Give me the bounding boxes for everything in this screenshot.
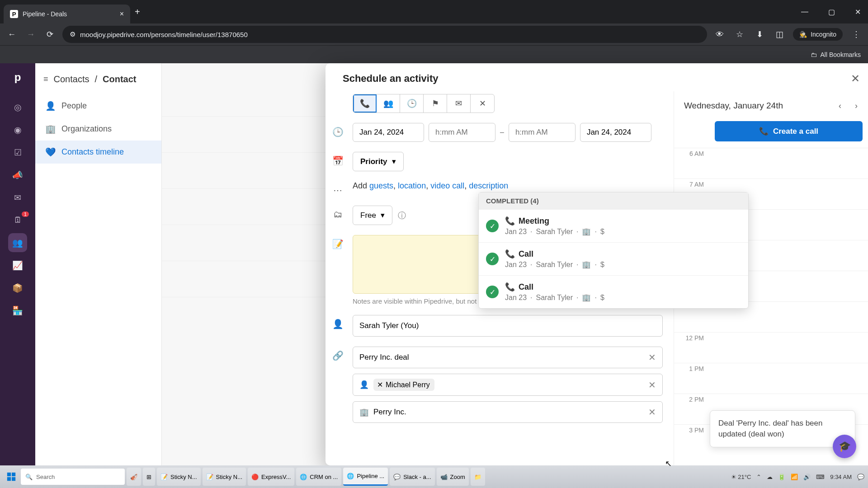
user-icon: 👤 xyxy=(330,315,345,329)
completed-item[interactable]: ✓ 📞Meeting Jan 23 · Sarah Tyler · 🏢 · $ xyxy=(479,209,748,242)
rail-campaigns-icon[interactable]: 📣 xyxy=(8,165,27,184)
rail-insights-icon[interactable]: 📈 xyxy=(8,256,27,275)
rail-activities-icon[interactable]: 🗓1 xyxy=(8,211,27,230)
tray-volume-icon[interactable]: 🔊 xyxy=(803,474,811,480)
incognito-chip[interactable]: 🕵 Incognito xyxy=(793,28,843,41)
pipedrive-logo[interactable]: p xyxy=(9,69,26,86)
rail-contacts-icon[interactable]: 👥 xyxy=(8,233,27,252)
completed-item-owner: Sarah Tyler xyxy=(536,228,573,236)
activity-type-icon: 📞 xyxy=(505,249,515,259)
sidebar-item-contacts-timeline[interactable]: 💙 Contacts timeline xyxy=(35,141,161,164)
clear-person-icon[interactable]: ✕ xyxy=(648,380,656,390)
browser-tab[interactable]: P Pipeline - Deals × xyxy=(4,5,130,23)
type-deadline-button[interactable]: ⚑ xyxy=(424,94,447,113)
chip-remove-icon[interactable]: ✕ xyxy=(377,380,383,389)
completed-item[interactable]: ✓ 📞Call Jan 23 · Sarah Tyler · 🏢 · $ xyxy=(479,275,748,308)
info-icon[interactable]: ⓘ xyxy=(398,210,406,221)
taskbar-app-slack[interactable]: 💬Slack - a... xyxy=(390,468,434,486)
window-maximize-icon[interactable]: ▢ xyxy=(825,5,839,19)
taskbar-taskview[interactable]: ⊞ xyxy=(143,468,155,486)
tray-wifi-icon[interactable]: 📶 xyxy=(791,474,798,480)
toast-text: Deal 'Perry Inc. deal' has been updated … xyxy=(718,419,822,438)
eye-off-icon[interactable]: 👁 xyxy=(713,28,726,41)
address-bar[interactable]: ⚙ moodjoy.pipedrive.com/persons/timeline… xyxy=(62,26,707,43)
chevron-down-icon: ▾ xyxy=(381,211,385,220)
type-call-button[interactable]: 📞 xyxy=(353,94,377,113)
all-bookmarks-link[interactable]: All Bookmarks xyxy=(821,51,861,58)
tray-chevron-icon[interactable]: ⌃ xyxy=(756,474,761,480)
availability-dropdown[interactable]: Free ▾ xyxy=(353,206,392,225)
taskbar-app-chrome-pipeline[interactable]: 🌐Pipeline ... xyxy=(343,468,388,486)
tray-clock[interactable]: 9:34 AM xyxy=(830,474,852,480)
site-settings-icon[interactable]: ⚙ xyxy=(70,30,75,38)
rail-market-icon[interactable]: 🏪 xyxy=(8,301,27,320)
modal-close-button[interactable]: ✕ xyxy=(851,72,860,85)
start-date-input[interactable] xyxy=(353,123,424,142)
breadcrumb-root[interactable]: Contacts xyxy=(54,74,90,84)
clear-org-icon[interactable]: ✕ xyxy=(648,407,656,418)
tray-onedrive-icon[interactable]: ☁ xyxy=(767,474,773,480)
tray-ime-icon[interactable]: ⌨ xyxy=(816,474,825,480)
tray-notifications-icon[interactable]: 💬 xyxy=(857,474,864,480)
type-lunch-button[interactable]: ✕ xyxy=(471,94,494,113)
downloads-icon[interactable]: ⬇ xyxy=(753,28,766,41)
taskbar-search[interactable]: 🔍 Search xyxy=(21,469,125,485)
end-date-input[interactable] xyxy=(580,123,651,142)
tray-battery-icon[interactable]: 🔋 xyxy=(778,474,785,480)
sidebar-item-organizations[interactable]: 🏢 Organizations xyxy=(35,117,161,141)
rail-products-icon[interactable]: 📦 xyxy=(8,278,27,297)
rail-mail-icon[interactable]: ✉ xyxy=(8,188,27,207)
reload-button[interactable]: ⟳ xyxy=(43,28,56,41)
academy-fab[interactable]: 🎓 xyxy=(833,435,856,458)
taskbar-app-expressvpn[interactable]: 🔴ExpressV... xyxy=(248,468,294,486)
hour-label: 3 PM xyxy=(674,425,709,455)
add-guests-link[interactable]: guests xyxy=(369,181,393,190)
sidebar-item-people[interactable]: 👤 People xyxy=(35,94,161,117)
start-button[interactable] xyxy=(4,469,19,484)
type-task-button[interactable]: 🕒 xyxy=(400,94,424,113)
window-close-icon[interactable]: ✕ xyxy=(851,5,864,19)
priority-dropdown[interactable]: Priority ▾ xyxy=(353,152,404,171)
type-email-button[interactable]: ✉ xyxy=(447,94,471,113)
next-day-button[interactable]: › xyxy=(850,99,863,112)
add-description-link[interactable]: description xyxy=(469,181,508,190)
taskbar-app-chrome-crm[interactable]: 🌐CRM on ... xyxy=(296,468,341,486)
person-chip[interactable]: ✕ Michael Perry xyxy=(373,379,434,391)
create-call-button[interactable]: 📞 Create a call xyxy=(715,121,863,141)
bookmarks-folder-icon[interactable]: 🗀 xyxy=(811,51,817,58)
completed-item[interactable]: ✓ 📞Call Jan 23 · Sarah Tyler · 🏢 · $ xyxy=(479,242,748,275)
owner-field[interactable]: Sarah Tyler (You) xyxy=(353,315,663,337)
weather-widget[interactable]: ☀ 21°C xyxy=(731,474,751,480)
linked-person-field[interactable]: 👤 ✕ Michael Perry ✕ xyxy=(353,374,663,396)
window-minimize-icon[interactable]: — xyxy=(797,5,812,19)
taskbar-tray-misc[interactable]: 🎻 xyxy=(127,468,141,486)
linked-deal-field[interactable]: Perry Inc. deal ✕ xyxy=(353,347,663,368)
linked-org-field[interactable]: 🏢 Perry Inc. ✕ xyxy=(353,401,663,423)
forward-button[interactable]: → xyxy=(24,28,37,41)
back-button[interactable]: ← xyxy=(5,28,18,41)
svg-rect-3 xyxy=(12,477,15,481)
calendar-repeat-icon: 📅 xyxy=(330,152,345,166)
bookmark-star-icon[interactable]: ☆ xyxy=(733,28,746,41)
activity-type-icon: 📞 xyxy=(505,282,515,292)
type-meeting-button[interactable]: 👥 xyxy=(377,94,400,113)
add-location-link[interactable]: location xyxy=(398,181,426,190)
prev-day-button[interactable]: ‹ xyxy=(834,99,846,112)
rail-projects-icon[interactable]: ☑ xyxy=(8,143,27,162)
start-time-input[interactable] xyxy=(429,123,495,142)
new-tab-button[interactable]: + xyxy=(135,7,140,17)
end-time-input[interactable] xyxy=(509,123,576,142)
sidepanel-icon[interactable]: ◫ xyxy=(773,28,786,41)
tab-close-icon[interactable]: × xyxy=(120,10,124,18)
taskbar-app-explorer[interactable]: 📁 xyxy=(471,468,485,486)
collapse-sidebar-icon[interactable]: ≡ xyxy=(43,75,48,84)
taskbar-app-zoom[interactable]: 📹Zoom xyxy=(437,468,469,486)
rail-badge: 1 xyxy=(22,211,29,217)
add-video-call-link[interactable]: video call xyxy=(430,181,464,190)
rail-leads-icon[interactable]: ◎ xyxy=(8,98,27,117)
clear-deal-icon[interactable]: ✕ xyxy=(648,352,656,363)
taskbar-app-sticky2[interactable]: 📝Sticky N... xyxy=(203,468,246,486)
rail-deals-icon[interactable]: ◉ xyxy=(8,120,27,139)
browser-menu-icon[interactable]: ⋮ xyxy=(850,28,863,41)
taskbar-app-sticky1[interactable]: 📝Sticky N... xyxy=(157,468,201,486)
